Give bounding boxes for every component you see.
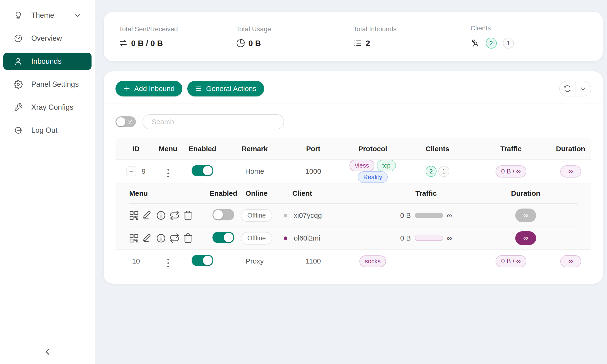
stat-value: 0 B / 0 B	[131, 39, 163, 48]
add-inbound-button[interactable]: Add Inbound	[116, 81, 182, 96]
swap-arrows-icon	[119, 39, 128, 48]
subheader-traffic: Traffic	[379, 183, 474, 204]
delete-trash-icon[interactable]	[183, 210, 193, 221]
traffic-pill: 0 B / ∞	[496, 255, 526, 267]
traffic-pill: 0 B / ∞	[496, 165, 526, 178]
refresh-button[interactable]	[560, 81, 575, 96]
stat-total-sent-received: Total Sent/Received 0 B / 0 B	[119, 25, 236, 48]
inbounds-table: ID Menu Enabled Remark Port Protocol Cli…	[116, 138, 591, 273]
stats-card: Total Sent/Received 0 B / 0 B Total Usag…	[104, 12, 603, 61]
traffic-used: 0 B	[400, 211, 411, 220]
main-content: Total Sent/Received 0 B / 0 B Total Usag…	[95, 0, 607, 364]
dashboard-gauge-icon	[14, 34, 23, 43]
client-row: Offline xi07ycqg	[129, 204, 578, 227]
sidebar-item-label: Xray Configs	[31, 103, 73, 112]
sidebar-collapse-button[interactable]	[41, 345, 55, 359]
subheader-menu: Menu	[129, 183, 208, 204]
traffic-progress-bar	[415, 235, 443, 241]
client-status-dot	[284, 236, 287, 240]
inbound-enabled-toggle[interactable]	[192, 165, 213, 176]
sidebar-item-overview[interactable]: Overview	[3, 30, 92, 47]
reset-traffic-icon[interactable]	[169, 210, 180, 221]
sidebar-item-log-out[interactable]: Log Out	[3, 122, 92, 139]
qr-code-icon[interactable]	[129, 233, 139, 243]
reset-traffic-icon[interactable]	[169, 233, 180, 243]
clients-deactivated-badge: 1	[503, 38, 514, 49]
info-icon[interactable]	[156, 210, 166, 221]
inbound-row-9: 9 Home 1000 vlesstcpReality	[116, 159, 591, 183]
general-actions-button[interactable]: General Actions	[187, 81, 264, 96]
row-menu-button[interactable]	[166, 168, 170, 179]
header-remark: Remark	[225, 138, 284, 159]
inbound-id: 10	[132, 257, 140, 265]
protocol-tag-socks: socks	[359, 256, 386, 267]
stat-value: 2	[366, 39, 370, 48]
sidebar: Theme Overview Inbounds Panel Settings X…	[0, 0, 95, 364]
delete-trash-icon[interactable]	[183, 233, 193, 243]
stat-clients: Clients 2 1	[471, 25, 588, 49]
inbound-remark: Home	[245, 167, 264, 175]
table-header-row: ID Menu Enabled Remark Port Protocol Cli…	[116, 138, 591, 159]
logout-icon	[14, 126, 23, 135]
collapse-row-button[interactable]	[126, 166, 136, 176]
pie-chart-icon	[236, 39, 245, 48]
header-protocol: Protocol	[342, 138, 403, 159]
inbound-id: 9	[142, 167, 145, 175]
client-row: Offline ol60i2mi	[129, 227, 578, 249]
header-menu: Menu	[157, 138, 180, 159]
subheader-duration: Duration	[474, 183, 578, 204]
list-icon	[353, 39, 362, 48]
header-id: ID	[116, 138, 157, 159]
client-enabled-toggle[interactable]	[212, 209, 234, 221]
client-status-dot	[284, 214, 287, 217]
inbound-row-9-expanded: Menu Enabled Online Client Traffic Durat…	[116, 183, 591, 249]
traffic-used: 0 B	[400, 234, 411, 242]
duration-pill: ∞	[560, 255, 581, 267]
wrench-icon	[14, 103, 23, 112]
traffic-limit: ∞	[447, 211, 452, 220]
sidebar-item-theme[interactable]: Theme	[3, 7, 92, 24]
header-duration: Duration	[550, 138, 591, 159]
sidebar-item-label: Overview	[31, 34, 62, 43]
stat-value: 0 B	[249, 39, 261, 48]
refresh-split-button	[559, 81, 591, 96]
general-actions-label: General Actions	[206, 85, 256, 93]
filter-toggle[interactable]	[116, 116, 136, 127]
sidebar-item-label: Panel Settings	[31, 80, 79, 89]
client-name: xi07ycqg	[294, 211, 322, 220]
toolbar: Add Inbound General Actions	[104, 71, 603, 104]
sidebar-item-inbounds[interactable]: Inbounds	[3, 52, 92, 70]
duration-pill: ∞	[560, 165, 581, 178]
search-row	[104, 104, 603, 138]
stat-label: Total Usage	[236, 25, 354, 33]
add-inbound-label: Add Inbound	[134, 85, 174, 93]
clients-enabled-count-badge: 2	[426, 166, 436, 177]
refresh-interval-button[interactable]	[575, 81, 591, 96]
edit-pencil-icon[interactable]	[142, 210, 153, 221]
inbound-enabled-toggle[interactable]	[192, 255, 213, 266]
sidebar-item-xray-configs[interactable]: Xray Configs	[3, 99, 92, 116]
qr-code-icon[interactable]	[129, 210, 139, 221]
toggle-knob	[117, 117, 125, 126]
header-clients: Clients	[403, 138, 472, 159]
sidebar-item-label: Theme	[31, 11, 54, 20]
bulb-icon	[14, 11, 23, 20]
chevron-left-icon	[43, 347, 53, 357]
row-menu-button[interactable]	[166, 258, 170, 269]
traffic-limit: ∞	[447, 234, 452, 242]
info-icon[interactable]	[156, 233, 166, 243]
client-enabled-toggle[interactable]	[212, 232, 234, 243]
menu-lines-icon	[195, 85, 202, 92]
client-duration-pill: ∞	[515, 231, 536, 245]
inbound-row-10: 10 Proxy 1100 socks 0 B / ∞ ∞	[116, 249, 591, 273]
stat-label: Clients	[471, 25, 588, 32]
inbound-remark: Proxy	[246, 257, 264, 265]
transmission-tag-tcp: tcp	[377, 160, 396, 171]
subheader-enabled: Enabled	[208, 183, 239, 204]
stat-total-usage: Total Usage 0 B	[236, 25, 354, 48]
online-status-badge: Offline	[241, 232, 272, 245]
sidebar-item-panel-settings[interactable]: Panel Settings	[3, 76, 92, 93]
clients-subtable: Menu Enabled Online Client Traffic Durat…	[129, 183, 578, 249]
search-input[interactable]	[143, 114, 284, 130]
edit-pencil-icon[interactable]	[142, 233, 153, 243]
